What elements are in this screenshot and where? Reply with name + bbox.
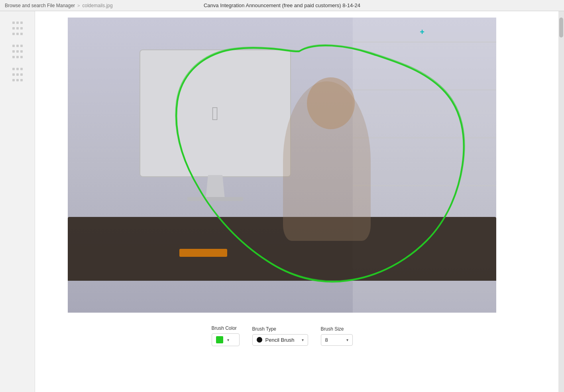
breadcrumb-current: coldemails.jpg <box>83 3 113 8</box>
brush-size-value: 8 <box>325 337 328 343</box>
right-scrollbar[interactable] <box>558 11 564 392</box>
main-content:  + Brush Color <box>0 11 564 392</box>
color-swatch <box>216 336 223 343</box>
breadcrumb-separator: > <box>77 3 80 8</box>
page-title: Canva Integration Announcement (free and… <box>204 2 360 8</box>
imac-base <box>187 197 243 201</box>
color-dropdown-arrow: ▾ <box>227 338 229 342</box>
brush-size-group: Brush Size 8 ▾ <box>321 326 353 346</box>
scrollbar-thumb[interactable] <box>559 18 563 37</box>
person-head <box>307 77 355 129</box>
toolbar-bottom: Brush Color ▾ Brush Type Pencil Brush ▾ <box>202 321 362 351</box>
orange-item <box>179 249 227 257</box>
top-bar: Browse and search File Manager > coldema… <box>0 0 564 11</box>
brush-size-control: 8 ▾ <box>321 334 353 346</box>
brush-color-group: Brush Color ▾ <box>212 325 240 346</box>
desk-surface <box>68 217 496 281</box>
apple-logo:  <box>212 102 219 124</box>
breadcrumb: Browse and search File Manager > coldema… <box>5 3 113 8</box>
brush-type-group: Brush Type Pencil Brush ▾ <box>252 326 308 346</box>
brush-type-button[interactable]: Pencil Brush ▾ <box>252 334 308 346</box>
panel-dots <box>12 22 23 81</box>
brush-color-button[interactable]: ▾ <box>212 333 240 346</box>
brush-color-label: Brush Color <box>212 325 237 331</box>
imac-screen:  <box>140 49 291 177</box>
brush-size-label: Brush Size <box>321 326 344 332</box>
brush-type-dropdown-arrow: ▾ <box>302 338 304 342</box>
brush-size-dropdown-arrow: ▾ <box>346 338 348 342</box>
breadcrumb-link[interactable]: Browse and search File Manager <box>5 3 75 8</box>
image-canvas[interactable]:  + <box>68 18 496 313</box>
brush-size-button[interactable]: 8 ▾ <box>321 334 353 346</box>
left-panel <box>0 11 35 392</box>
brush-type-label: Brush Type <box>252 326 276 332</box>
brush-dot-icon <box>257 337 262 343</box>
brush-type-value: Pencil Brush <box>265 337 295 343</box>
brush-type-control: Pencil Brush ▾ <box>252 334 308 346</box>
imac-stand <box>203 175 227 199</box>
brush-color-control: ▾ <box>212 333 240 346</box>
